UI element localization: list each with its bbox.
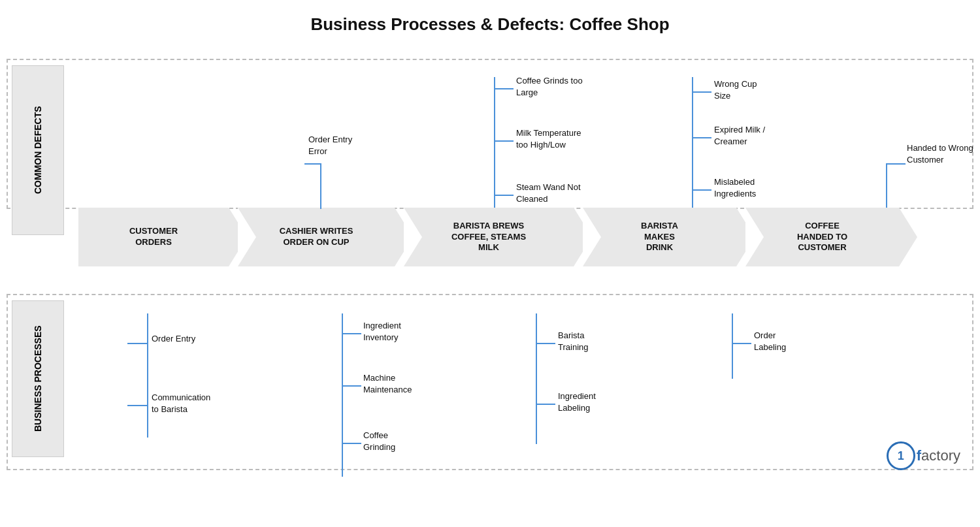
process-step3-2: IngredientLabeling — [558, 391, 636, 414]
connector-step4-proc1-h — [732, 343, 751, 344]
step-customer-orders: CUSTOMERORDERS — [78, 208, 229, 266]
connector-step3-proc-main — [536, 313, 537, 444]
logo-text: factory — [917, 447, 960, 464]
step-barista-brews: BARISTA BREWSCOFFEE, STEAMSMILK — [404, 208, 574, 266]
defect-step3-3: Steam Wand NotCleaned — [516, 182, 601, 205]
connector-step1-proc1-h — [127, 343, 148, 344]
connector-step4-main — [692, 77, 693, 208]
connector-step3-defect1-h — [494, 88, 514, 89]
logo: 1 factory — [887, 441, 960, 470]
connector-step3-defect3-h — [494, 195, 514, 196]
process-step1-1: Order Entry — [152, 333, 223, 345]
connector-step4-defect2-h — [692, 137, 711, 138]
connector-step5-defect-h — [886, 163, 906, 165]
connector-step1-proc-main — [147, 313, 148, 438]
connector-step5-defect — [886, 163, 887, 208]
defect-step4-1: Wrong CupSize — [714, 78, 792, 102]
connector-step3-proc2-h — [536, 404, 555, 405]
process-step2-2: MachineMaintenance — [363, 372, 442, 396]
process-step4-1: OrderLabeling — [754, 330, 826, 353]
connector-step2-proc2-h — [342, 385, 361, 387]
connector-step3-main — [494, 77, 495, 208]
process-step3-1: BaristaTraining — [558, 330, 630, 353]
process-step2-1: IngredientInventory — [363, 320, 442, 343]
connector-step1-proc2-h — [127, 405, 148, 406]
diagram-container: Business Processes & Defects: Coffee Sho… — [0, 0, 980, 483]
process-step2-3: CoffeeGrinding — [363, 430, 435, 453]
connector-step2-proc-main — [342, 313, 343, 477]
connector-step3-proc1-h — [536, 343, 555, 344]
connector-step2-defect-h — [304, 163, 321, 165]
defect-step4-2: Expired Milk /Creamer — [714, 124, 799, 148]
connector-step3-defect2-h — [494, 140, 514, 142]
process-flow-row: CUSTOMERORDERS CASHIER WRITESORDER ON CU… — [7, 208, 973, 266]
defect-step3-2: Milk Temperaturetoo High/Low — [516, 127, 608, 151]
connector-step2-proc1-h — [342, 333, 361, 334]
connector-step4-defect1-h — [692, 91, 711, 93]
defect-step2-1: Order EntryError — [308, 134, 380, 157]
step-barista-makes: BARISTAMAKESDRINK — [583, 208, 736, 266]
page-title: Business Processes & Defects: Coffee Sho… — [0, 0, 980, 46]
step-coffee-handed: COFFEEHANDED TOCUSTOMER — [745, 208, 899, 266]
process-step1-2: Communicationto Barista — [152, 392, 237, 415]
connector-step4-proc-main — [732, 313, 733, 379]
processes-section — [7, 294, 973, 470]
defect-step3-1: Coffee Grinds tooLarge — [516, 75, 601, 99]
connector-step2-proc3-h — [342, 443, 361, 444]
defect-step4-3: MislabeledIngredients — [714, 176, 799, 200]
connector-step4-defect3-h — [692, 189, 711, 191]
logo-circle: 1 — [887, 441, 915, 470]
step-cashier-writes: CASHIER WRITESORDER ON CUP — [238, 208, 395, 266]
connector-step2-defect — [320, 163, 321, 209]
defect-step5-1: Handed to WrongCustomer — [907, 142, 980, 166]
business-processes-label: BUSINESS PROCESSES — [12, 300, 64, 457]
defects-section — [7, 59, 973, 209]
